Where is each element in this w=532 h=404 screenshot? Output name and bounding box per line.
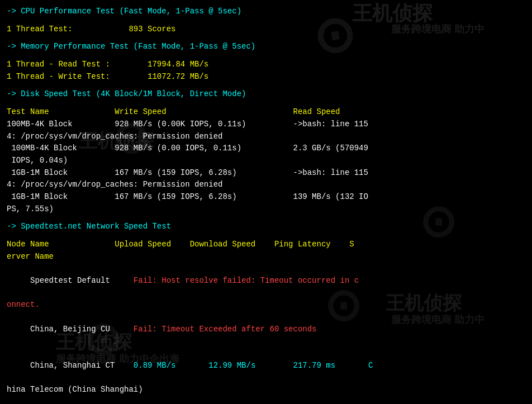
disk-header: -> Disk Speed Test (4K Block/1M Block, D… xyxy=(7,88,525,101)
speedtest-col-header2: erver Name xyxy=(7,251,525,263)
disk-error-2: 4: /proc/sys/vm/drop_caches: Permission … xyxy=(7,179,525,191)
memory-read: 1 Thread - Read Test : 17994.84 MB/s xyxy=(7,59,525,71)
speedtest-col-header: Node Name Upload Speed Download Speed Pi… xyxy=(7,239,525,251)
disk-row-2b: IOPS, 0.04s) xyxy=(7,155,525,167)
speedtest-header: -> Speedtest.net Network Speed Test xyxy=(7,221,525,233)
disk-row-4: 1GB-1M Block 167 MB/s (159 IOPS, 6.28s) … xyxy=(7,191,525,203)
disk-row-2: 100MB-4K Block 928 MB/s (0.00 IOPS, 0.11… xyxy=(7,142,525,155)
cpu-score: 1 Thread Test: 893 Scores xyxy=(7,23,525,36)
memory-header: -> Memory Performance Test (Fast Mode, 1… xyxy=(7,41,525,53)
speedtest-hangzhou: China, Hangzhou CM 0.21 MB/s 13.67 MB/s … xyxy=(7,396,525,404)
memory-write: 1 Thread - Write Test: 11072.72 MB/s xyxy=(7,71,525,83)
disk-row-4b: PS, 7.55s) xyxy=(7,203,525,216)
speedtest-beijing: China, Beijing CU Fail: Timeout Exceeded… xyxy=(7,311,525,348)
speedtest-default-cont: onnect. xyxy=(7,299,525,311)
speedtest-shanghai-cont: hina Telecom (China Shanghai) xyxy=(7,384,525,396)
terminal-output: -> CPU Performance Test (Fast Mode, 1-Pa… xyxy=(0,0,532,404)
speedtest-shanghai: China, Shanghai CT 0.89 MB/s 12.99 MB/s … xyxy=(7,348,525,384)
disk-table-header: Test Name Write Speed Read Speed xyxy=(7,106,525,118)
disk-row-3: 1GB-1M Block 167 MB/s (159 IOPS, 6.28s) … xyxy=(7,167,525,179)
speedtest-default: Speedtest Default Fail: Host resolve fai… xyxy=(7,263,525,299)
disk-error-1: 4: /proc/sys/vm/drop_caches: Permission … xyxy=(7,131,525,143)
disk-row-1: 100MB-4K Block 928 MB/s (0.00K IOPS, 0.1… xyxy=(7,118,525,131)
cpu-header: -> CPU Performance Test (Fast Mode, 1-Pa… xyxy=(7,6,525,18)
